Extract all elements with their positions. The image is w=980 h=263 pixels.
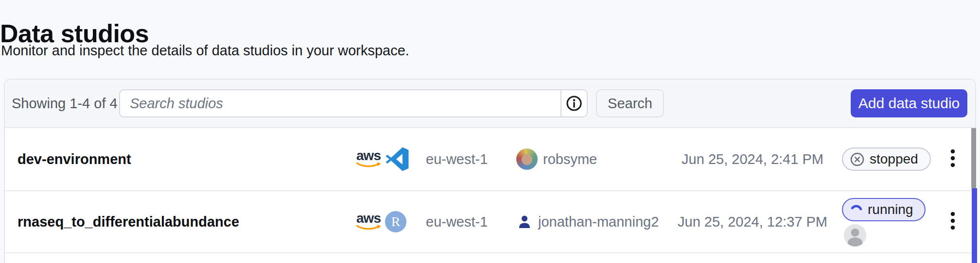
- kebab-icon: [950, 211, 956, 230]
- user-name-label: robsyme: [543, 151, 597, 167]
- studios-card: Showing 1-4 of 4 Search Add data studio …: [4, 79, 976, 263]
- table-row: rnaseq_to_differentialabundance aws R eu…: [5, 191, 975, 253]
- status-label: stopped: [870, 151, 918, 167]
- circle-x-icon: [850, 152, 865, 167]
- spinner-icon: [850, 203, 863, 216]
- user-avatar: [516, 148, 538, 170]
- aws-icon: aws: [356, 149, 381, 169]
- search-input[interactable]: [120, 90, 560, 116]
- showing-count-label: Showing 1-4 of 4: [12, 96, 118, 112]
- info-circle-icon: [565, 95, 583, 112]
- user-cell: robsyme: [516, 148, 597, 170]
- row-menu-button[interactable]: [948, 209, 958, 234]
- region-label: eu-west-1: [426, 151, 488, 167]
- add-data-studio-button[interactable]: Add data studio: [851, 89, 967, 117]
- scrollbar-thumb[interactable]: [971, 128, 976, 188]
- date-label: Jun 25, 2024, 12:37 PM: [678, 214, 827, 230]
- user-name-label: jonathan-manning2: [538, 214, 659, 230]
- person-icon: [516, 214, 533, 230]
- kebab-icon: [950, 148, 956, 168]
- date-label: Jun 25, 2024, 2:41 PM: [682, 151, 823, 167]
- aws-swoosh: [356, 162, 381, 169]
- page-subtitle: Monitor and inspect the details of data …: [1, 43, 409, 59]
- anonymous-avatar: [844, 224, 866, 248]
- aws-icon: aws: [356, 212, 381, 231]
- rstudio-icon: R: [385, 211, 406, 232]
- status-badge: stopped: [842, 148, 931, 171]
- table-row: [5, 253, 975, 263]
- aws-swoosh: [356, 224, 381, 231]
- region-label: eu-west-1: [426, 214, 488, 230]
- table-row: dev-environment aws eu-west-1 robsyme Ju…: [5, 128, 975, 191]
- user-cell: jonathan-manning2: [516, 214, 659, 230]
- search-button[interactable]: Search: [596, 89, 664, 117]
- studio-name: dev-environment: [18, 151, 131, 167]
- status-label: running: [868, 202, 913, 217]
- scrollbar-accent-bar[interactable]: [972, 188, 977, 263]
- status-badge: running: [842, 198, 926, 221]
- search-input-group: [119, 89, 588, 117]
- studio-name: rnaseq_to_differentialabundance: [18, 214, 239, 230]
- search-info-button[interactable]: [560, 90, 587, 116]
- studios-toolbar: Showing 1-4 of 4 Search Add data studio: [5, 80, 975, 128]
- vscode-icon: [385, 147, 409, 171]
- row-menu-button[interactable]: [948, 147, 958, 172]
